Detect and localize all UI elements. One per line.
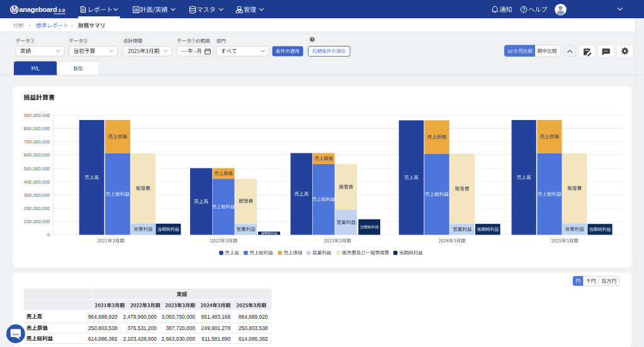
- svg-text:?: ?: [311, 37, 314, 41]
- svg-text:2,663,030,000: 2,663,030,000: [161, 336, 195, 342]
- svg-text:2,103,428,800: 2,103,428,800: [123, 336, 157, 342]
- svg-text:700,000,000: 700,000,000: [24, 139, 50, 145]
- svg-text:100,000,000: 100,000,000: [24, 219, 50, 224]
- svg-text:300,000,000: 300,000,000: [24, 192, 50, 198]
- svg-text:614,086,382: 614,086,382: [88, 336, 118, 342]
- svg-text:?: ?: [523, 6, 526, 13]
- svg-text:800,000,000: 800,000,000: [24, 126, 50, 131]
- svg-text:387,720,000: 387,720,000: [166, 325, 195, 331]
- svg-text:P/L: P/L: [31, 65, 40, 72]
- svg-text:anageboard: anageboard: [20, 6, 57, 13]
- svg-text:614,086,382: 614,086,382: [239, 336, 268, 342]
- svg-text:200,000,000: 200,000,000: [24, 206, 50, 211]
- svg-text:861,483,168: 861,483,168: [201, 314, 231, 320]
- svg-text:250,803,538: 250,803,538: [239, 325, 268, 331]
- svg-text:0: 0: [47, 232, 50, 238]
- svg-text:500,000,000: 500,000,000: [24, 166, 50, 172]
- svg-text:B/S: B/S: [74, 65, 82, 72]
- svg-text:250,803,538: 250,803,538: [88, 325, 118, 331]
- svg-text:2.0: 2.0: [59, 8, 66, 13]
- svg-text:611,581,890: 611,581,890: [201, 336, 230, 342]
- svg-text:600,000,000: 600,000,000: [24, 152, 50, 158]
- svg-text:864,889,920: 864,889,920: [239, 314, 268, 320]
- svg-text:249,901,278: 249,901,278: [201, 325, 231, 331]
- svg-text:12: 12: [507, 48, 513, 54]
- svg-text:3,050,750,000: 3,050,750,000: [161, 314, 195, 320]
- svg-text:400,000,000: 400,000,000: [24, 179, 50, 185]
- svg-text:864,889,920: 864,889,920: [88, 314, 118, 320]
- svg-text:2,479,960,000: 2,479,960,000: [123, 314, 157, 320]
- svg-text:M: M: [11, 6, 17, 13]
- svg-text:376,531,200: 376,531,200: [127, 325, 157, 331]
- svg-text:900,000,000: 900,000,000: [24, 113, 50, 118]
